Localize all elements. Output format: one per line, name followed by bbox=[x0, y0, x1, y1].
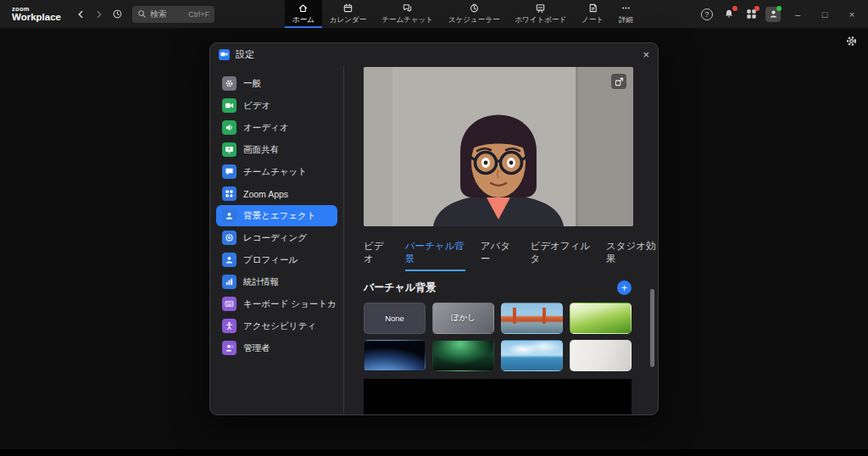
scheduler-clock-icon bbox=[469, 3, 480, 14]
tab-whiteboard[interactable]: ホワイトボード bbox=[507, 0, 574, 28]
vb-thumb-beach[interactable] bbox=[501, 340, 563, 371]
topbar: zoom Workplace Ctrl+F ホーム bbox=[0, 0, 868, 28]
chat-bubble-icon bbox=[222, 164, 236, 179]
video-preview bbox=[364, 67, 633, 226]
section-title: バーチャル背景 bbox=[364, 281, 436, 295]
profile-avatar-button[interactable] bbox=[765, 6, 782, 23]
record-icon bbox=[222, 231, 236, 245]
whiteboard-icon bbox=[535, 3, 546, 14]
avatar-preview-image bbox=[364, 67, 633, 226]
home-icon bbox=[298, 3, 309, 14]
tab-avatar[interactable]: アバター bbox=[481, 240, 515, 271]
tab-team-chat[interactable]: チームチャット bbox=[374, 0, 441, 28]
topbar-right: ? – □ × bbox=[698, 0, 868, 28]
dialog-titlebar: 設定 × bbox=[210, 43, 658, 65]
speaker-icon bbox=[222, 120, 236, 135]
keyboard-icon bbox=[222, 297, 236, 311]
sidebar-item-background-effects[interactable]: 背景とエフェクト bbox=[216, 205, 337, 226]
vb-thumb-golden-gate-bridge[interactable] bbox=[501, 303, 563, 334]
preview-popout-button[interactable] bbox=[611, 74, 626, 89]
close-button[interactable]: × bbox=[841, 0, 863, 28]
add-background-button[interactable]: + bbox=[617, 281, 632, 295]
zoom-workplace-app: zoom Workplace Ctrl+F ホーム bbox=[0, 0, 868, 456]
popout-icon bbox=[615, 77, 624, 86]
bar-chart-icon bbox=[222, 275, 236, 289]
sidebar-item-profile[interactable]: プロフィール bbox=[216, 249, 337, 270]
maximize-button[interactable]: □ bbox=[814, 0, 836, 28]
search-box[interactable]: Ctrl+F bbox=[132, 6, 214, 23]
screen-share-icon bbox=[222, 142, 236, 157]
sidebar-item-audio[interactable]: オーディオ bbox=[216, 117, 337, 138]
tab-video-filters[interactable]: ビデオフィルタ bbox=[530, 240, 591, 271]
sidebar-item-keyboard-shortcuts[interactable]: キーボード ショートカット bbox=[216, 293, 337, 314]
scrollbar-thumb[interactable] bbox=[650, 289, 654, 367]
calendar-icon bbox=[342, 3, 353, 14]
tab-home[interactable]: ホーム bbox=[285, 0, 322, 28]
sidebar-item-screen-share[interactable]: 画面共有 bbox=[216, 139, 337, 160]
help-button[interactable]: ? bbox=[698, 6, 715, 23]
settings-content: ビデオ バーチャル背景 アバター ビデオフィルタ スタジオ効果 バーチャル背景 … bbox=[344, 65, 658, 415]
tab-studio-effects[interactable]: スタジオ効果 bbox=[606, 240, 658, 271]
search-input[interactable] bbox=[150, 9, 182, 19]
virtual-background-header: バーチャル背景 + bbox=[364, 281, 632, 295]
nav-controls bbox=[73, 7, 125, 22]
help-icon: ? bbox=[701, 8, 713, 20]
chevron-left-icon bbox=[75, 8, 86, 20]
tab-video-settings[interactable]: ビデオ bbox=[364, 240, 390, 271]
vb-thumb-grass[interactable] bbox=[570, 303, 632, 334]
video-camera-icon bbox=[222, 98, 236, 113]
vb-thumb-blur[interactable]: ぼかし bbox=[432, 303, 494, 334]
background-tabs: ビデオ バーチャル背景 アバター ビデオフィルタ スタジオ効果 bbox=[364, 240, 658, 271]
search-icon bbox=[137, 9, 147, 19]
sidebar-item-statistics[interactable]: 統計情報 bbox=[216, 271, 337, 292]
more-dots-icon bbox=[620, 3, 632, 14]
back-button[interactable] bbox=[73, 7, 88, 22]
background-list-overflow-area bbox=[364, 379, 632, 415]
dialog-title: 設定 bbox=[236, 48, 254, 61]
minimize-button[interactable]: – bbox=[787, 0, 809, 28]
status-online-dot bbox=[776, 6, 782, 11]
search-shortcut: Ctrl+F bbox=[188, 10, 209, 19]
note-icon bbox=[587, 3, 598, 14]
settings-gear-icon[interactable] bbox=[845, 35, 858, 51]
tab-virtual-background[interactable]: バーチャル背景 bbox=[405, 240, 465, 271]
accessibility-icon bbox=[222, 319, 236, 333]
logo-workplace-text: Workplace bbox=[12, 13, 61, 23]
sidebar-item-video[interactable]: ビデオ bbox=[216, 95, 337, 116]
vb-thumb-aurora[interactable] bbox=[432, 340, 494, 371]
vb-thumb-white-room[interactable] bbox=[570, 340, 632, 371]
history-clock-icon bbox=[111, 8, 124, 20]
settings-dialog: 設定 × 一般 ビデオ オーディオ bbox=[209, 42, 659, 415]
settings-sidebar: 一般 ビデオ オーディオ 画面共有 bbox=[210, 65, 344, 415]
team-chat-icon bbox=[402, 3, 413, 14]
tab-more[interactable]: 詳細 bbox=[611, 0, 641, 28]
tab-calendar[interactable]: カレンダー bbox=[322, 0, 374, 28]
sidebar-item-accessibility[interactable]: アクセシビリティ bbox=[216, 315, 337, 336]
zoom-app-icon bbox=[219, 49, 230, 60]
gear-icon bbox=[222, 76, 236, 91]
tab-scheduler[interactable]: スケジューラー bbox=[441, 0, 508, 28]
apps-button[interactable] bbox=[743, 6, 760, 23]
chevron-right-icon bbox=[93, 8, 105, 20]
sidebar-item-recording[interactable]: レコーディング bbox=[216, 227, 337, 248]
background-person-icon bbox=[222, 209, 236, 223]
zoom-workplace-logo: zoom Workplace bbox=[12, 6, 61, 22]
sidebar-item-admin[interactable]: 管理者 bbox=[216, 337, 337, 359]
tab-notes[interactable]: ノート bbox=[574, 0, 611, 28]
sidebar-item-zoom-apps[interactable]: Zoom Apps bbox=[216, 183, 337, 204]
dialog-close-button[interactable]: × bbox=[643, 49, 649, 60]
admin-person-icon bbox=[222, 341, 236, 355]
background-thumbnails: None ぼかし bbox=[364, 303, 658, 371]
main-nav: ホーム カレンダー チームチャット スケジューラー ホワイトボード ノート bbox=[285, 0, 641, 28]
vb-thumb-none[interactable]: None bbox=[364, 303, 426, 334]
bottom-edge bbox=[0, 449, 868, 456]
apps-badge bbox=[754, 6, 760, 11]
forward-button[interactable] bbox=[92, 7, 107, 22]
profile-person-icon bbox=[222, 253, 236, 267]
dialog-body: 一般 ビデオ オーディオ 画面共有 bbox=[210, 65, 658, 415]
notifications-button[interactable] bbox=[721, 6, 737, 23]
history-button[interactable] bbox=[110, 7, 125, 22]
vb-thumb-earth[interactable] bbox=[364, 340, 426, 371]
sidebar-item-team-chat[interactable]: チームチャット bbox=[216, 161, 337, 182]
sidebar-item-general[interactable]: 一般 bbox=[216, 73, 337, 94]
